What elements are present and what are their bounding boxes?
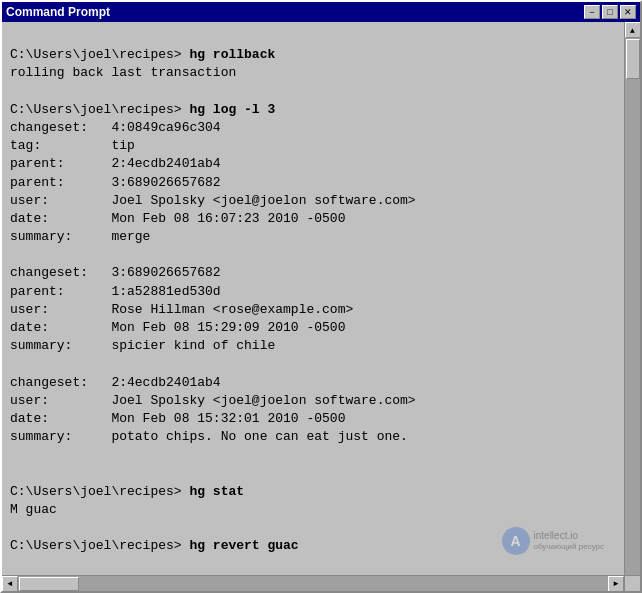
cmd-3: hg stat (189, 484, 244, 499)
terminal-area: C:\Users\joel\recipes> hg rollback rolli… (2, 22, 624, 575)
scroll-up-button[interactable]: ▲ (625, 22, 641, 38)
maximize-button[interactable]: □ (602, 5, 618, 19)
summary-3: summary: potato chips. No one can eat ju… (10, 429, 408, 444)
h-scroll-track (18, 576, 608, 592)
scrollbar-horizontal[interactable]: ◄ ► (2, 575, 624, 591)
scrollbar-corner (624, 575, 640, 591)
date-2: date: Mon Feb 08 15:29:09 2010 -0500 (10, 320, 345, 335)
cmd-4: hg revert guac (189, 538, 298, 553)
watermark: A intellect.io обучающий ресурс (502, 527, 604, 555)
prompt-3: C:\Users\joel\recipes> (10, 484, 189, 499)
user-3: user: Joel Spolsky <joel@joelon software… (10, 393, 416, 408)
command-prompt-window: Command Prompt − □ ✕ C:\Users\joel\recip… (0, 0, 642, 593)
changeset-2-label: changeset: 3:689026657682 (10, 265, 221, 280)
summary-2: summary: spicier kind of chile (10, 338, 275, 353)
terminal-content: C:\Users\joel\recipes> hg rollback rolli… (10, 28, 616, 574)
watermark-text: intellect.io обучающий ресурс (534, 530, 604, 552)
scrollbar-vertical[interactable]: ▲ ▼ (624, 22, 640, 591)
tag-1: tag: tip (10, 138, 135, 153)
date-3: date: Mon Feb 08 15:32:01 2010 -0500 (10, 411, 345, 426)
close-button[interactable]: ✕ (620, 5, 636, 19)
output-1: rolling back last transaction (10, 65, 236, 80)
stat-output: M guac (10, 502, 57, 517)
watermark-icon: A (502, 527, 530, 555)
parent-1a: parent: 2:4ecdb2401ab4 (10, 156, 221, 171)
parent-2: parent: 1:a52881ed530d (10, 284, 221, 299)
h-scroll-thumb[interactable] (19, 577, 79, 591)
parent-1b: parent: 3:689026657682 (10, 175, 221, 190)
watermark-icon-text: A (510, 533, 520, 549)
prompt-2: C:\Users\joel\recipes> (10, 102, 189, 117)
date-1: date: Mon Feb 08 16:07:23 2010 -0500 (10, 211, 345, 226)
scroll-right-button[interactable]: ► (608, 576, 624, 592)
scroll-track (625, 38, 641, 575)
watermark-line2: обучающий ресурс (534, 542, 604, 552)
watermark-line1: intellect.io (534, 530, 604, 542)
changeset-3-label: changeset: 2:4ecdb2401ab4 (10, 375, 221, 390)
summary-1: summary: merge (10, 229, 150, 244)
title-bar: Command Prompt − □ ✕ (2, 2, 640, 22)
window-controls: − □ ✕ (584, 5, 636, 19)
changeset-1-label: changeset: 4:0849ca96c304 (10, 120, 221, 135)
cmd-2: hg log -l 3 (189, 102, 275, 117)
scroll-left-button[interactable]: ◄ (2, 576, 18, 592)
window-title: Command Prompt (6, 5, 110, 19)
user-2: user: Rose Hillman <rose@example.com> (10, 302, 353, 317)
prompt-1: C:\Users\joel\recipes> (10, 47, 189, 62)
prompt-4: C:\Users\joel\recipes> (10, 538, 189, 553)
user-1: user: Joel Spolsky <joel@joelon software… (10, 193, 416, 208)
minimize-button[interactable]: − (584, 5, 600, 19)
cmd-1: hg rollback (189, 47, 275, 62)
scroll-thumb[interactable] (626, 39, 640, 79)
